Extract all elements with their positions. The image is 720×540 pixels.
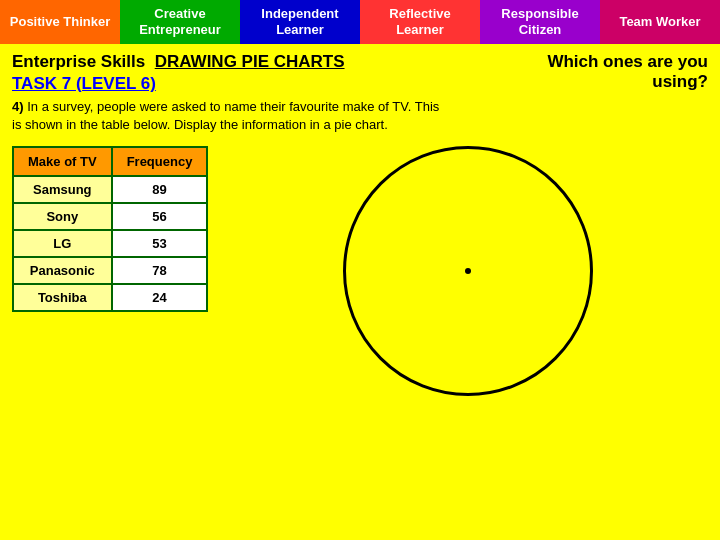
content-area: Enterprise Skills DRAWING PIE CHARTS TAS… xyxy=(0,44,720,404)
brand-cell: Sony xyxy=(13,203,112,230)
frequency-cell: 53 xyxy=(112,230,208,257)
col-header-frequency: Frequency xyxy=(112,147,208,176)
tab-creative-entrepreneur[interactable]: Creative Entrepreneur xyxy=(120,0,240,44)
table-row: Panasonic78 xyxy=(13,257,207,284)
title-row: Enterprise Skills DRAWING PIE CHARTS TAS… xyxy=(12,52,708,94)
tab-positive-thinker[interactable]: Positive Thinker xyxy=(0,0,120,44)
pie-circle xyxy=(343,146,593,396)
tab-team-worker[interactable]: Team Worker xyxy=(600,0,720,44)
tab-independent-learner[interactable]: Independent Learner xyxy=(240,0,360,44)
brand-cell: LG xyxy=(13,230,112,257)
tv-data-table: Make of TV Frequency Samsung89Sony56LG53… xyxy=(12,146,208,312)
main-content: Make of TV Frequency Samsung89Sony56LG53… xyxy=(12,146,708,396)
task-description: 4) In a survey, people were asked to nam… xyxy=(12,98,442,134)
pie-chart-container xyxy=(228,146,708,396)
table-row: Sony56 xyxy=(13,203,207,230)
brand-cell: Panasonic xyxy=(13,257,112,284)
col-header-brand: Make of TV xyxy=(13,147,112,176)
data-table-container: Make of TV Frequency Samsung89Sony56LG53… xyxy=(12,146,208,312)
task-title: TASK 7 (LEVEL 6) xyxy=(12,74,345,94)
center-dot xyxy=(465,268,471,274)
frequency-cell: 24 xyxy=(112,284,208,311)
enterprise-title: Enterprise Skills DRAWING PIE CHARTS xyxy=(12,52,345,72)
table-row: Samsung89 xyxy=(13,176,207,203)
header-tabs: Positive Thinker Creative Entrepreneur I… xyxy=(0,0,720,44)
frequency-cell: 56 xyxy=(112,203,208,230)
table-row: LG53 xyxy=(13,230,207,257)
frequency-cell: 89 xyxy=(112,176,208,203)
table-row: Toshiba24 xyxy=(13,284,207,311)
brand-cell: Toshiba xyxy=(13,284,112,311)
frequency-cell: 78 xyxy=(112,257,208,284)
tab-reflective-learner[interactable]: Reflective Learner xyxy=(360,0,480,44)
title-left: Enterprise Skills DRAWING PIE CHARTS TAS… xyxy=(12,52,345,94)
tab-responsible-citizen[interactable]: Responsible Citizen xyxy=(480,0,600,44)
which-ones-text: Which ones are you using? xyxy=(508,52,708,92)
brand-cell: Samsung xyxy=(13,176,112,203)
